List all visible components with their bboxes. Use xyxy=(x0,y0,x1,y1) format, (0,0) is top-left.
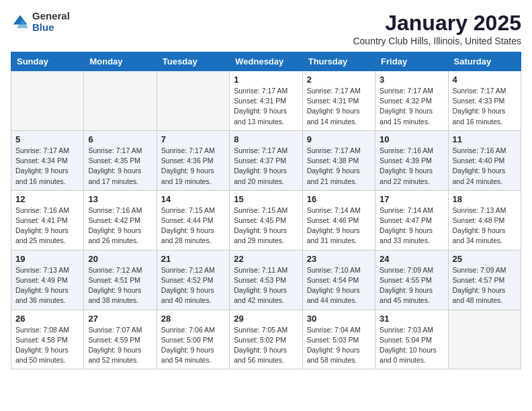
day-number: 13 xyxy=(88,194,152,204)
day-info: Sunrise: 7:17 AM Sunset: 4:37 PM Dayligh… xyxy=(234,146,298,187)
day-info: Sunrise: 7:09 AM Sunset: 4:55 PM Dayligh… xyxy=(380,265,443,306)
table-row: 10Sunrise: 7:16 AM Sunset: 4:39 PM Dayli… xyxy=(375,130,448,190)
day-number: 10 xyxy=(380,134,443,144)
day-info: Sunrise: 7:15 AM Sunset: 4:45 PM Dayligh… xyxy=(234,205,298,246)
table-row: 8Sunrise: 7:17 AM Sunset: 4:37 PM Daylig… xyxy=(230,130,302,190)
logo-blue: Blue xyxy=(32,22,70,34)
day-info: Sunrise: 7:12 AM Sunset: 4:52 PM Dayligh… xyxy=(161,265,225,306)
table-row: 30Sunrise: 7:04 AM Sunset: 5:03 PM Dayli… xyxy=(302,310,375,369)
day-number: 8 xyxy=(234,134,298,144)
day-number: 27 xyxy=(88,314,152,324)
day-number: 26 xyxy=(15,314,79,324)
calendar-table: Sunday Monday Tuesday Wednesday Thursday… xyxy=(11,52,521,369)
calendar-week-row: 19Sunrise: 7:13 AM Sunset: 4:49 PM Dayli… xyxy=(11,250,521,310)
day-info: Sunrise: 7:16 AM Sunset: 4:40 PM Dayligh… xyxy=(453,146,517,187)
table-row: 27Sunrise: 7:07 AM Sunset: 4:59 PM Dayli… xyxy=(84,310,157,369)
day-number: 11 xyxy=(453,134,517,144)
table-row: 24Sunrise: 7:09 AM Sunset: 4:55 PM Dayli… xyxy=(375,250,448,310)
calendar-title: January 2025 xyxy=(353,11,521,36)
table-row: 29Sunrise: 7:05 AM Sunset: 5:02 PM Dayli… xyxy=(230,310,302,369)
table-row: 11Sunrise: 7:16 AM Sunset: 4:40 PM Dayli… xyxy=(448,130,521,190)
day-number: 2 xyxy=(307,75,371,85)
day-number: 17 xyxy=(380,194,443,204)
calendar-week-row: 26Sunrise: 7:08 AM Sunset: 4:58 PM Dayli… xyxy=(11,310,521,369)
logo-text: General Blue xyxy=(32,11,70,33)
day-number: 28 xyxy=(161,314,225,324)
day-info: Sunrise: 7:17 AM Sunset: 4:32 PM Dayligh… xyxy=(380,86,443,127)
logo-icon xyxy=(11,13,30,32)
day-info: Sunrise: 7:17 AM Sunset: 4:31 PM Dayligh… xyxy=(307,86,371,127)
table-row: 12Sunrise: 7:16 AM Sunset: 4:41 PM Dayli… xyxy=(11,190,84,250)
table-row: 28Sunrise: 7:06 AM Sunset: 5:00 PM Dayli… xyxy=(157,310,229,369)
table-row: 16Sunrise: 7:14 AM Sunset: 4:46 PM Dayli… xyxy=(302,190,375,250)
day-info: Sunrise: 7:04 AM Sunset: 5:03 PM Dayligh… xyxy=(307,325,371,366)
table-row: 19Sunrise: 7:13 AM Sunset: 4:49 PM Dayli… xyxy=(11,250,84,310)
day-number: 16 xyxy=(307,194,371,204)
day-info: Sunrise: 7:17 AM Sunset: 4:35 PM Dayligh… xyxy=(88,146,152,187)
day-info: Sunrise: 7:17 AM Sunset: 4:33 PM Dayligh… xyxy=(453,86,517,127)
table-row: 6Sunrise: 7:17 AM Sunset: 4:35 PM Daylig… xyxy=(84,130,157,190)
table-row: 26Sunrise: 7:08 AM Sunset: 4:58 PM Dayli… xyxy=(11,310,84,369)
day-number: 29 xyxy=(234,314,298,324)
day-number: 24 xyxy=(380,254,443,264)
table-row xyxy=(157,71,229,131)
day-info: Sunrise: 7:11 AM Sunset: 4:53 PM Dayligh… xyxy=(234,265,298,306)
day-number: 19 xyxy=(15,254,79,264)
day-info: Sunrise: 7:03 AM Sunset: 5:04 PM Dayligh… xyxy=(380,325,443,366)
day-info: Sunrise: 7:17 AM Sunset: 4:34 PM Dayligh… xyxy=(15,146,79,187)
calendar-subtitle: Country Club Hills, Illinois, United Sta… xyxy=(353,36,521,46)
day-number: 7 xyxy=(161,134,225,144)
table-row: 7Sunrise: 7:17 AM Sunset: 4:36 PM Daylig… xyxy=(157,130,229,190)
col-thursday: Thursday xyxy=(302,52,375,71)
table-row: 18Sunrise: 7:13 AM Sunset: 4:48 PM Dayli… xyxy=(448,190,521,250)
day-info: Sunrise: 7:17 AM Sunset: 4:36 PM Dayligh… xyxy=(161,146,225,187)
table-row: 17Sunrise: 7:14 AM Sunset: 4:47 PM Dayli… xyxy=(375,190,448,250)
day-info: Sunrise: 7:13 AM Sunset: 4:49 PM Dayligh… xyxy=(15,265,79,306)
page-header: General Blue January 2025 Country Club H… xyxy=(11,11,521,46)
day-number: 21 xyxy=(161,254,225,264)
col-friday: Friday xyxy=(375,52,448,71)
day-info: Sunrise: 7:17 AM Sunset: 4:31 PM Dayligh… xyxy=(234,86,298,127)
table-row xyxy=(448,310,521,369)
table-row xyxy=(11,71,84,131)
calendar-week-row: 12Sunrise: 7:16 AM Sunset: 4:41 PM Dayli… xyxy=(11,190,521,250)
col-wednesday: Wednesday xyxy=(230,52,302,71)
day-info: Sunrise: 7:13 AM Sunset: 4:48 PM Dayligh… xyxy=(453,205,517,246)
table-row: 1Sunrise: 7:17 AM Sunset: 4:31 PM Daylig… xyxy=(230,71,302,131)
day-info: Sunrise: 7:09 AM Sunset: 4:57 PM Dayligh… xyxy=(453,265,517,306)
col-saturday: Saturday xyxy=(448,52,521,71)
day-info: Sunrise: 7:15 AM Sunset: 4:44 PM Dayligh… xyxy=(161,205,225,246)
calendar-week-row: 5Sunrise: 7:17 AM Sunset: 4:34 PM Daylig… xyxy=(11,130,521,190)
day-number: 4 xyxy=(453,75,517,85)
calendar-week-row: 1Sunrise: 7:17 AM Sunset: 4:31 PM Daylig… xyxy=(11,71,521,131)
day-info: Sunrise: 7:17 AM Sunset: 4:38 PM Dayligh… xyxy=(307,146,371,187)
day-number: 31 xyxy=(380,314,443,324)
table-row: 14Sunrise: 7:15 AM Sunset: 4:44 PM Dayli… xyxy=(157,190,229,250)
table-row: 20Sunrise: 7:12 AM Sunset: 4:51 PM Dayli… xyxy=(84,250,157,310)
day-number: 20 xyxy=(88,254,152,264)
title-block: January 2025 Country Club Hills, Illinoi… xyxy=(353,11,521,46)
day-number: 6 xyxy=(88,134,152,144)
col-tuesday: Tuesday xyxy=(157,52,229,71)
day-info: Sunrise: 7:10 AM Sunset: 4:54 PM Dayligh… xyxy=(307,265,371,306)
col-sunday: Sunday xyxy=(11,52,84,71)
day-number: 25 xyxy=(453,254,517,264)
header-row: Sunday Monday Tuesday Wednesday Thursday… xyxy=(11,52,521,71)
logo: General Blue xyxy=(11,11,70,33)
table-row: 23Sunrise: 7:10 AM Sunset: 4:54 PM Dayli… xyxy=(302,250,375,310)
day-info: Sunrise: 7:16 AM Sunset: 4:39 PM Dayligh… xyxy=(380,146,443,187)
day-number: 12 xyxy=(15,194,79,204)
day-number: 18 xyxy=(453,194,517,204)
table-row: 15Sunrise: 7:15 AM Sunset: 4:45 PM Dayli… xyxy=(230,190,302,250)
table-row xyxy=(84,71,157,131)
table-row: 9Sunrise: 7:17 AM Sunset: 4:38 PM Daylig… xyxy=(302,130,375,190)
day-number: 9 xyxy=(307,134,371,144)
day-info: Sunrise: 7:16 AM Sunset: 4:41 PM Dayligh… xyxy=(15,205,79,246)
day-info: Sunrise: 7:05 AM Sunset: 5:02 PM Dayligh… xyxy=(234,325,298,366)
day-info: Sunrise: 7:16 AM Sunset: 4:42 PM Dayligh… xyxy=(88,205,152,246)
day-number: 22 xyxy=(234,254,298,264)
table-row: 21Sunrise: 7:12 AM Sunset: 4:52 PM Dayli… xyxy=(157,250,229,310)
day-info: Sunrise: 7:14 AM Sunset: 4:47 PM Dayligh… xyxy=(380,205,443,246)
day-number: 3 xyxy=(380,75,443,85)
col-monday: Monday xyxy=(84,52,157,71)
